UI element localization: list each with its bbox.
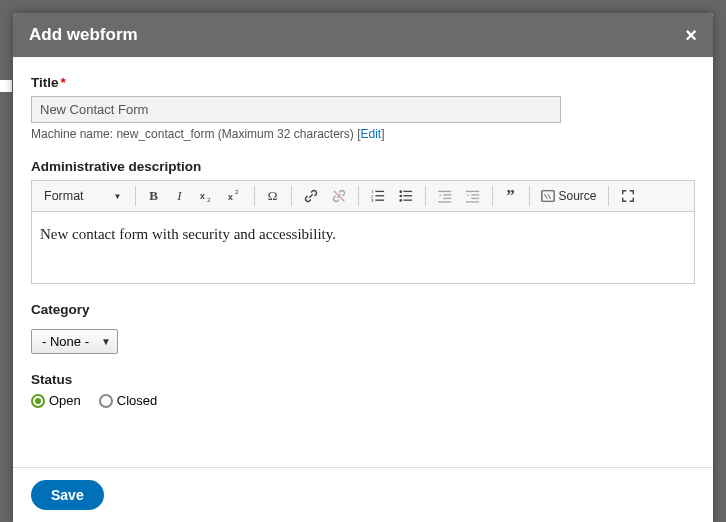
- status-label: Status: [31, 372, 695, 387]
- modal-header: Add webform ×: [13, 13, 713, 57]
- machine-name-hint: Machine name: new_contact_form (Maximum …: [31, 127, 695, 141]
- superscript-button[interactable]: x2: [223, 185, 247, 207]
- save-button[interactable]: Save: [31, 480, 104, 510]
- svg-text:2: 2: [207, 196, 211, 203]
- chevron-down-icon: ▼: [114, 192, 122, 201]
- special-char-button[interactable]: Ω: [262, 185, 284, 207]
- required-marker: *: [61, 75, 66, 90]
- status-closed-radio[interactable]: Closed: [99, 393, 157, 408]
- richtext-editor: Format ▼ B I x2 x2 Ω: [31, 180, 695, 284]
- subscript-button[interactable]: x2: [195, 185, 219, 207]
- outdent-button[interactable]: [433, 185, 457, 207]
- svg-point-12: [399, 195, 402, 198]
- svg-rect-22: [471, 198, 479, 199]
- modal-footer: Save: [13, 467, 713, 522]
- svg-rect-23: [466, 201, 479, 202]
- svg-rect-9: [375, 200, 384, 201]
- chevron-down-icon: ▼: [101, 336, 111, 347]
- svg-text:3: 3: [371, 198, 374, 203]
- ordered-list-button[interactable]: 123: [366, 185, 390, 207]
- svg-point-14: [399, 199, 402, 202]
- radio-unchecked-icon: [99, 394, 113, 408]
- modal-title: Add webform: [29, 25, 138, 45]
- add-webform-modal: Add webform × Title* Machine name: new_c…: [13, 13, 713, 522]
- svg-rect-11: [403, 191, 412, 192]
- italic-button[interactable]: I: [169, 185, 191, 207]
- category-select[interactable]: - None - ▼: [31, 329, 118, 354]
- link-button[interactable]: [299, 185, 323, 207]
- svg-rect-5: [375, 191, 384, 192]
- radio-checked-icon: [31, 394, 45, 408]
- status-open-radio[interactable]: Open: [31, 393, 81, 408]
- title-input[interactable]: [31, 96, 561, 123]
- blockquote-button[interactable]: ”: [500, 185, 522, 207]
- admin-desc-textarea[interactable]: New contact form with security and acces…: [32, 212, 694, 283]
- source-button[interactable]: Source: [537, 187, 601, 205]
- modal-body: Title* Machine name: new_contact_form (M…: [13, 57, 713, 467]
- bold-button[interactable]: B: [143, 185, 165, 207]
- svg-rect-20: [466, 191, 479, 192]
- indent-button[interactable]: [461, 185, 485, 207]
- maximize-button[interactable]: [616, 185, 640, 207]
- category-label: Category: [31, 302, 695, 317]
- svg-rect-18: [443, 198, 451, 199]
- close-button[interactable]: ×: [685, 25, 697, 45]
- svg-text:x: x: [228, 192, 233, 202]
- edit-machine-name-link[interactable]: Edit: [361, 127, 382, 141]
- unordered-list-button[interactable]: [394, 185, 418, 207]
- svg-rect-7: [375, 195, 384, 196]
- svg-rect-13: [403, 195, 412, 196]
- svg-rect-17: [443, 194, 451, 195]
- editor-toolbar: Format ▼ B I x2 x2 Ω: [32, 181, 694, 212]
- title-label: Title*: [31, 75, 695, 90]
- format-dropdown[interactable]: Format ▼: [38, 187, 128, 205]
- status-radio-group: Open Closed: [31, 393, 695, 408]
- svg-text:x: x: [200, 191, 205, 201]
- machine-name-value: new_contact_form: [116, 127, 214, 141]
- svg-rect-15: [403, 200, 412, 201]
- svg-rect-19: [438, 201, 451, 202]
- svg-point-10: [399, 190, 402, 193]
- svg-text:2: 2: [235, 189, 239, 195]
- svg-rect-21: [471, 194, 479, 195]
- svg-rect-16: [438, 191, 451, 192]
- svg-rect-24: [541, 191, 553, 202]
- admin-desc-label: Administrative description: [31, 159, 695, 174]
- unlink-button[interactable]: [327, 185, 351, 207]
